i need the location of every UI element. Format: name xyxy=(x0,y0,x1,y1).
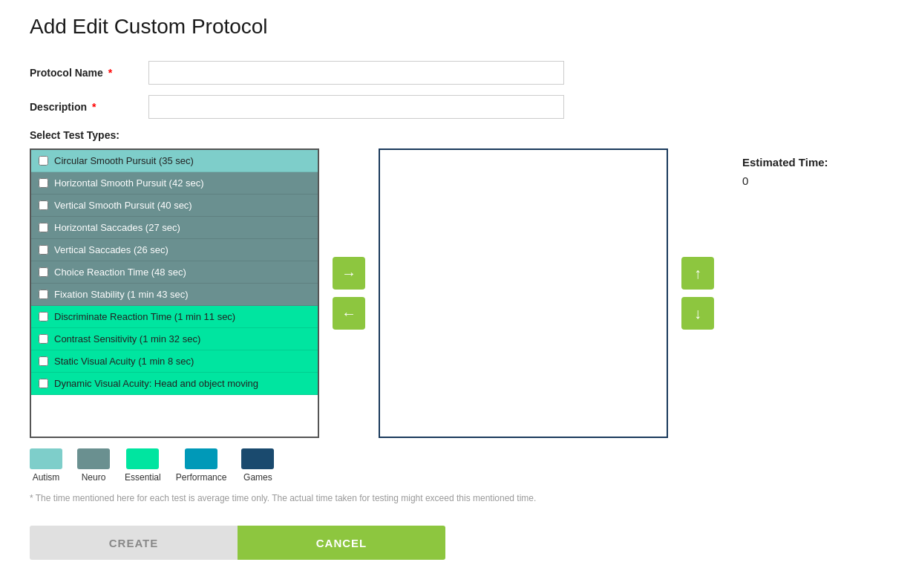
legend-swatch-autism xyxy=(30,448,62,469)
test-checkbox[interactable] xyxy=(39,223,48,232)
move-down-button[interactable]: ↓ xyxy=(681,297,714,330)
disclaimer-text: * The time mentioned here for each test … xyxy=(30,493,883,503)
add-test-button[interactable]: → xyxy=(333,257,365,290)
test-checkbox[interactable] xyxy=(39,200,48,210)
order-buttons: ↑ ↓ xyxy=(668,148,727,438)
select-test-types-label: Select Test Types: xyxy=(30,129,883,141)
legend-item-performance: Performance xyxy=(176,448,227,483)
available-tests-list: Circular Smooth Pursuit (35 sec)Horizont… xyxy=(30,148,319,438)
estimated-time-panel: Estimated Time: 0 xyxy=(727,148,828,438)
test-checkbox[interactable] xyxy=(39,312,48,321)
action-buttons: CREATE CANCEL xyxy=(30,526,883,560)
legend-label-neuro: Neuro xyxy=(82,472,106,483)
legend-item-neuro: Neuro xyxy=(77,448,110,483)
test-list-item[interactable]: Contrast Sensitivity (1 min 32 sec) xyxy=(31,328,318,350)
page-title: Add Edit Custom Protocol xyxy=(30,15,883,39)
test-list-item[interactable]: Static Visual Acuity (1 min 8 sec) xyxy=(31,350,318,373)
description-label: Description * xyxy=(30,101,148,113)
test-types-section: Circular Smooth Pursuit (35 sec)Horizont… xyxy=(30,148,883,438)
legend-label-essential: Essential xyxy=(125,472,161,483)
test-list-item[interactable]: Circular Smooth Pursuit (35 sec) xyxy=(31,150,318,172)
test-checkbox[interactable] xyxy=(39,178,48,188)
legend-item-essential: Essential xyxy=(125,448,161,483)
estimated-time-label: Estimated Time: xyxy=(742,156,828,169)
test-list-item[interactable]: Choice Reaction Time (48 sec) xyxy=(31,261,318,284)
legend-swatch-games xyxy=(241,448,274,469)
test-checkbox[interactable] xyxy=(39,356,48,366)
test-list-item[interactable]: Horizontal Saccades (27 sec) xyxy=(31,217,318,239)
test-list-item[interactable]: Discriminate Reaction Time (1 min 11 sec… xyxy=(31,306,318,328)
test-checkbox[interactable] xyxy=(39,334,48,344)
test-list-item[interactable]: Dynamic Visual Acuity: Head and object m… xyxy=(31,373,318,395)
legend-label-performance: Performance xyxy=(176,472,227,483)
protocol-name-label: Protocol Name * xyxy=(30,67,148,79)
remove-test-button[interactable]: ← xyxy=(333,297,365,330)
test-checkbox[interactable] xyxy=(39,267,48,277)
test-checkbox[interactable] xyxy=(39,290,48,299)
transfer-buttons: → ← xyxy=(319,148,379,438)
legend-row: AutismNeuroEssentialPerformanceGames xyxy=(30,448,883,483)
legend-label-autism: Autism xyxy=(33,472,60,483)
legend-swatch-essential xyxy=(126,448,159,469)
test-list-item[interactable]: Vertical Smooth Pursuit (40 sec) xyxy=(31,195,318,217)
test-checkbox[interactable] xyxy=(39,245,48,255)
estimated-time-value: 0 xyxy=(742,174,748,187)
legend-label-games: Games xyxy=(243,472,272,483)
test-list-item[interactable]: Horizontal Smooth Pursuit (42 sec) xyxy=(31,172,318,195)
protocol-name-input[interactable] xyxy=(148,61,564,85)
move-up-button[interactable]: ↑ xyxy=(681,257,714,290)
test-checkbox[interactable] xyxy=(39,379,48,388)
description-input[interactable] xyxy=(148,95,564,119)
test-list-item[interactable]: Vertical Saccades (26 sec) xyxy=(31,239,318,261)
legend-item-games: Games xyxy=(241,448,274,483)
legend-item-autism: Autism xyxy=(30,448,62,483)
cancel-button[interactable]: CANCEL xyxy=(238,526,445,560)
test-list-item[interactable]: Fixation Stability (1 min 43 sec) xyxy=(31,284,318,306)
test-checkbox[interactable] xyxy=(39,156,48,166)
legend-swatch-performance xyxy=(185,448,217,469)
legend-swatch-neuro xyxy=(77,448,110,469)
selected-tests-list xyxy=(379,148,668,438)
create-button[interactable]: CREATE xyxy=(30,526,238,560)
